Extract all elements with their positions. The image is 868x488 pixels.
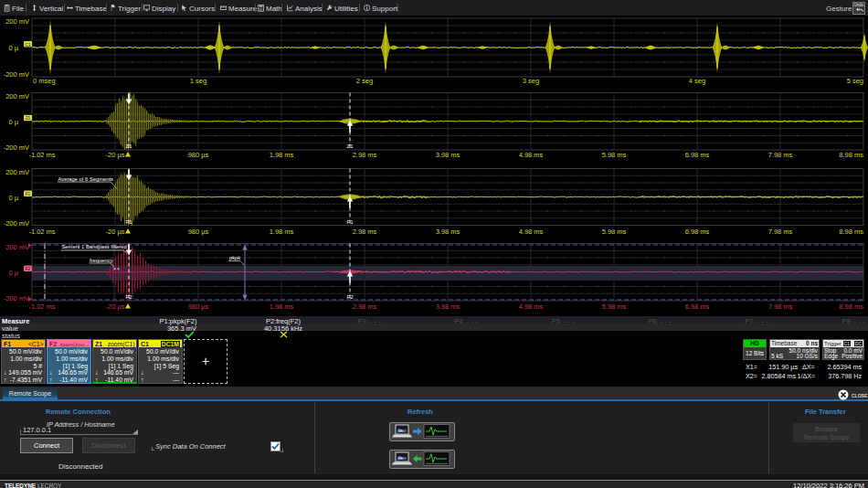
svg-text:F2: F2 xyxy=(346,294,354,300)
svg-text:8.98 ms: 8.98 ms xyxy=(839,302,863,311)
svg-text:-1.02 ms: -1.02 ms xyxy=(28,302,55,311)
svg-text:F2: F2 xyxy=(125,294,132,300)
svg-text:MAUI: MAUI xyxy=(398,430,407,433)
svg-text:5.98 ms: 5.98 ms xyxy=(602,302,627,311)
svg-text:frequency: frequency xyxy=(90,258,113,263)
svg-text:-20 µs: -20 µs xyxy=(106,302,125,311)
svg-text:2.98 ms: 2.98 ms xyxy=(353,302,377,311)
svg-text:7.98 ms: 7.98 ms xyxy=(768,302,793,311)
svg-text:6.98 ms: 6.98 ms xyxy=(685,302,710,311)
svg-text:980 µs: 980 µs xyxy=(188,302,209,311)
svg-text:1.98 ms: 1.98 ms xyxy=(270,302,294,311)
svg-text:MAUI: MAUI xyxy=(398,457,407,461)
svg-text:Sement 1 Bandpass filtered: Sement 1 Bandpass filtered xyxy=(62,244,127,249)
svg-text:pkpk: pkpk xyxy=(229,255,240,260)
svg-text:200 mV: 200 mV xyxy=(5,243,29,251)
svg-text:3.98 ms: 3.98 ms xyxy=(436,302,460,311)
svg-text:-200 mV: -200 mV xyxy=(4,294,29,302)
svg-text:4.98 ms: 4.98 ms xyxy=(519,302,544,311)
svg-text:0 µ: 0 µ xyxy=(8,269,18,277)
svg-text:F2: F2 xyxy=(26,267,31,271)
